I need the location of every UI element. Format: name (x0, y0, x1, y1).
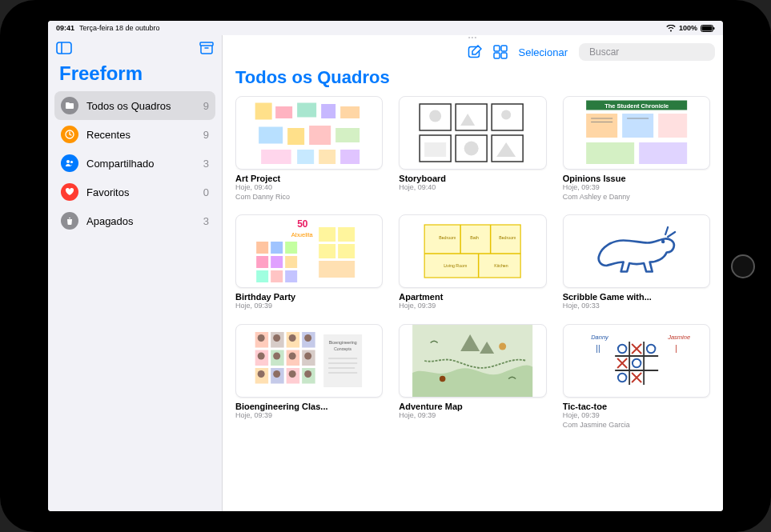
board-card[interactable]: Danny||Jasmine| Tic-tac-toe Hoje, 09:39 … (563, 324, 710, 430)
trash-icon (61, 212, 78, 230)
svg-rect-14 (501, 53, 507, 58)
sidebar-item-heart[interactable]: Favoritos 0 (54, 178, 215, 206)
board-card[interactable]: 50Abuelita Birthday Party Hoje, 09:39 (235, 214, 383, 311)
app-title: Freeform (48, 61, 222, 91)
board-card[interactable]: The Student Chronicle Opinions Issue Hoj… (563, 96, 710, 202)
shared-icon (61, 154, 78, 172)
sidebar-toggle-icon[interactable] (56, 42, 72, 54)
battery-percent: 100% (679, 24, 697, 32)
svg-rect-49 (586, 142, 634, 164)
board-card[interactable]: BioengineeringConcepts Bioengineering Cl… (235, 324, 383, 430)
search-input[interactable] (589, 46, 709, 58)
svg-point-88 (273, 334, 280, 342)
view-grid-icon[interactable] (493, 45, 508, 59)
sidebar-item-folder[interactable]: Todos os Quadros 9 (54, 91, 215, 120)
svg-rect-24 (259, 127, 283, 144)
sidebar-item-label: Compartilhado (86, 158, 195, 170)
board-thumbnail: The Student Chronicle (563, 96, 710, 170)
svg-point-90 (289, 334, 296, 342)
svg-text:|: | (675, 343, 677, 353)
clock-icon (61, 126, 78, 143)
svg-rect-67 (338, 227, 355, 242)
board-name: Adventure Map (399, 402, 546, 411)
svg-rect-23 (340, 106, 359, 118)
svg-rect-3 (57, 42, 71, 54)
board-timestamp: Hoje, 09:33 (563, 302, 710, 311)
board-card[interactable]: Art Project Hoje, 09:40 Com Danny Rico (235, 96, 383, 202)
board-card[interactable]: Storyboard Hoje, 09:40 (399, 96, 546, 202)
svg-rect-12 (501, 46, 507, 51)
svg-rect-63 (256, 270, 268, 282)
board-name: Birthday Party (235, 292, 383, 302)
svg-text:Danny: Danny (591, 334, 609, 341)
board-timestamp: Hoje, 09:40 (399, 183, 546, 193)
sidebar-item-trash[interactable]: Apagados 3 (54, 206, 215, 235)
archive-icon[interactable] (199, 42, 214, 54)
svg-rect-5 (200, 42, 213, 46)
svg-rect-31 (340, 150, 359, 164)
new-board-icon[interactable] (468, 45, 482, 59)
sidebar-item-label: Apagados (86, 215, 195, 227)
board-grid: Art Project Hoje, 09:40 Com Danny Rico S… (223, 96, 723, 442)
svg-rect-72 (424, 225, 520, 278)
svg-text:Abuelita: Abuelita (291, 231, 314, 238)
board-card[interactable]: Scribble Game with... Hoje, 09:33 (563, 214, 710, 311)
svg-rect-21 (297, 103, 316, 118)
board-timestamp: Hoje, 09:39 (235, 411, 383, 421)
board-timestamp: Hoje, 09:40 (235, 183, 383, 193)
svg-rect-48 (658, 114, 687, 138)
svg-point-42 (464, 142, 479, 156)
svg-point-9 (70, 161, 73, 163)
multitask-handle-icon[interactable]: ••• (223, 35, 723, 42)
page-title: Todos os Quadros (223, 64, 723, 96)
board-card[interactable]: Adventure Map Hoje, 09:39 (399, 324, 546, 430)
svg-rect-22 (321, 104, 335, 118)
board-thumbnail (399, 324, 546, 398)
select-button[interactable]: Selecionar (519, 46, 568, 58)
heart-icon (61, 183, 78, 201)
board-thumbnail (235, 96, 383, 170)
board-name: Art Project (235, 174, 383, 183)
board-thumbnail: Danny||Jasmine| (563, 324, 710, 398)
svg-text:Bedroom: Bedroom (499, 235, 516, 240)
svg-rect-26 (309, 126, 331, 145)
svg-rect-32 (412, 97, 532, 169)
svg-rect-58 (271, 242, 283, 254)
svg-rect-59 (285, 242, 297, 254)
svg-rect-61 (271, 256, 283, 268)
search-field[interactable] (579, 43, 715, 61)
status-bar: 09:41 Terça-feira 18 de outubro 100% (48, 21, 723, 35)
home-button[interactable] (731, 254, 755, 278)
svg-point-94 (258, 353, 265, 360)
svg-rect-65 (285, 270, 297, 282)
svg-point-83 (661, 240, 665, 244)
svg-point-40 (501, 110, 511, 120)
board-timestamp: Hoje, 09:39 (399, 302, 546, 311)
sidebar-item-shared[interactable]: Compartilhado 3 (54, 149, 215, 178)
svg-point-106 (289, 370, 296, 378)
board-timestamp: Hoje, 09:39 (235, 302, 383, 311)
svg-point-39 (429, 110, 441, 122)
board-card[interactable]: BedroomBathBedroomLiving RoomKitchen Apa… (399, 214, 546, 311)
svg-rect-13 (494, 53, 500, 58)
ipad-device-frame: 09:41 Terça-feira 18 de outubro 100% (0, 0, 771, 532)
battery-icon (701, 25, 715, 32)
board-thumbnail (563, 214, 710, 288)
svg-rect-29 (297, 150, 314, 164)
sidebar-item-count: 9 (203, 129, 209, 141)
svg-point-8 (66, 160, 70, 163)
svg-text:Kitchen: Kitchen (494, 263, 508, 268)
main-panel: ••• Selecionar Todos o (223, 35, 723, 511)
board-thumbnail: 50Abuelita (235, 214, 383, 288)
board-name: Scribble Game with... (563, 292, 710, 302)
svg-point-96 (273, 353, 280, 360)
board-shared-with: Com Ashley e Danny (563, 193, 710, 202)
board-timestamp: Hoje, 09:39 (563, 411, 710, 421)
sidebar-item-clock[interactable]: Recentes 9 (54, 120, 215, 149)
sidebar-item-label: Favoritos (86, 186, 195, 198)
svg-rect-57 (256, 242, 268, 254)
svg-text:Jasmine: Jasmine (667, 334, 690, 341)
board-name: Bioengineering Clas... (235, 402, 383, 411)
svg-rect-11 (494, 46, 500, 51)
board-timestamp: Hoje, 09:39 (399, 411, 546, 421)
